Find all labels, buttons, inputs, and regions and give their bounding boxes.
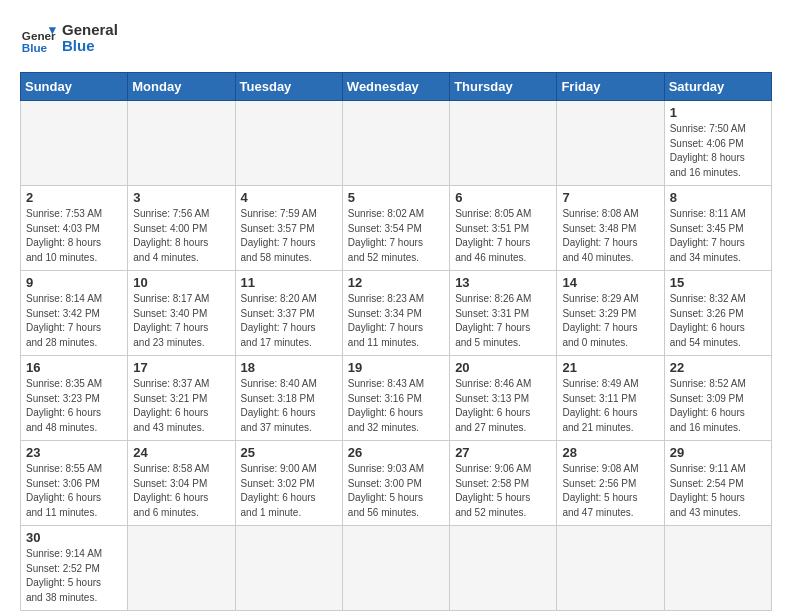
day-number: 24	[133, 445, 229, 460]
calendar-cell: 4Sunrise: 7:59 AM Sunset: 3:57 PM Daylig…	[235, 186, 342, 271]
calendar-cell: 18Sunrise: 8:40 AM Sunset: 3:18 PM Dayli…	[235, 356, 342, 441]
calendar-cell	[450, 526, 557, 611]
calendar-cell	[664, 526, 771, 611]
day-number: 12	[348, 275, 444, 290]
calendar-cell: 19Sunrise: 8:43 AM Sunset: 3:16 PM Dayli…	[342, 356, 449, 441]
calendar-cell	[450, 101, 557, 186]
calendar-cell: 6Sunrise: 8:05 AM Sunset: 3:51 PM Daylig…	[450, 186, 557, 271]
calendar-cell: 26Sunrise: 9:03 AM Sunset: 3:00 PM Dayli…	[342, 441, 449, 526]
calendar-cell: 30Sunrise: 9:14 AM Sunset: 2:52 PM Dayli…	[21, 526, 128, 611]
day-number: 29	[670, 445, 766, 460]
calendar-week-5: 23Sunrise: 8:55 AM Sunset: 3:06 PM Dayli…	[21, 441, 772, 526]
calendar-cell: 25Sunrise: 9:00 AM Sunset: 3:02 PM Dayli…	[235, 441, 342, 526]
calendar-cell: 27Sunrise: 9:06 AM Sunset: 2:58 PM Dayli…	[450, 441, 557, 526]
calendar-cell	[21, 101, 128, 186]
cell-sun-info: Sunrise: 8:52 AM Sunset: 3:09 PM Dayligh…	[670, 377, 766, 435]
calendar-table: SundayMondayTuesdayWednesdayThursdayFrid…	[20, 72, 772, 611]
calendar-cell: 5Sunrise: 8:02 AM Sunset: 3:54 PM Daylig…	[342, 186, 449, 271]
day-number: 5	[348, 190, 444, 205]
day-number: 3	[133, 190, 229, 205]
calendar-cell: 29Sunrise: 9:11 AM Sunset: 2:54 PM Dayli…	[664, 441, 771, 526]
page-header: General Blue General Blue	[20, 20, 772, 56]
day-number: 6	[455, 190, 551, 205]
cell-sun-info: Sunrise: 7:50 AM Sunset: 4:06 PM Dayligh…	[670, 122, 766, 180]
calendar-cell	[128, 101, 235, 186]
weekday-header-friday: Friday	[557, 73, 664, 101]
cell-sun-info: Sunrise: 8:46 AM Sunset: 3:13 PM Dayligh…	[455, 377, 551, 435]
weekday-header-monday: Monday	[128, 73, 235, 101]
weekday-header-saturday: Saturday	[664, 73, 771, 101]
day-number: 27	[455, 445, 551, 460]
day-number: 10	[133, 275, 229, 290]
cell-sun-info: Sunrise: 7:59 AM Sunset: 3:57 PM Dayligh…	[241, 207, 337, 265]
calendar-cell	[342, 526, 449, 611]
cell-sun-info: Sunrise: 8:43 AM Sunset: 3:16 PM Dayligh…	[348, 377, 444, 435]
cell-sun-info: Sunrise: 8:37 AM Sunset: 3:21 PM Dayligh…	[133, 377, 229, 435]
cell-sun-info: Sunrise: 9:14 AM Sunset: 2:52 PM Dayligh…	[26, 547, 122, 605]
calendar-cell	[342, 101, 449, 186]
day-number: 28	[562, 445, 658, 460]
calendar-cell: 11Sunrise: 8:20 AM Sunset: 3:37 PM Dayli…	[235, 271, 342, 356]
weekday-header-row: SundayMondayTuesdayWednesdayThursdayFrid…	[21, 73, 772, 101]
cell-sun-info: Sunrise: 8:02 AM Sunset: 3:54 PM Dayligh…	[348, 207, 444, 265]
calendar-cell: 21Sunrise: 8:49 AM Sunset: 3:11 PM Dayli…	[557, 356, 664, 441]
calendar-cell	[235, 526, 342, 611]
calendar-cell: 8Sunrise: 8:11 AM Sunset: 3:45 PM Daylig…	[664, 186, 771, 271]
weekday-header-thursday: Thursday	[450, 73, 557, 101]
cell-sun-info: Sunrise: 8:49 AM Sunset: 3:11 PM Dayligh…	[562, 377, 658, 435]
day-number: 11	[241, 275, 337, 290]
calendar-week-1: 1Sunrise: 7:50 AM Sunset: 4:06 PM Daylig…	[21, 101, 772, 186]
calendar-cell: 2Sunrise: 7:53 AM Sunset: 4:03 PM Daylig…	[21, 186, 128, 271]
cell-sun-info: Sunrise: 8:20 AM Sunset: 3:37 PM Dayligh…	[241, 292, 337, 350]
cell-sun-info: Sunrise: 8:14 AM Sunset: 3:42 PM Dayligh…	[26, 292, 122, 350]
weekday-header-wednesday: Wednesday	[342, 73, 449, 101]
calendar-cell	[557, 101, 664, 186]
day-number: 20	[455, 360, 551, 375]
cell-sun-info: Sunrise: 9:06 AM Sunset: 2:58 PM Dayligh…	[455, 462, 551, 520]
day-number: 23	[26, 445, 122, 460]
day-number: 30	[26, 530, 122, 545]
day-number: 13	[455, 275, 551, 290]
logo: General Blue General Blue	[20, 20, 118, 56]
day-number: 21	[562, 360, 658, 375]
calendar-cell: 15Sunrise: 8:32 AM Sunset: 3:26 PM Dayli…	[664, 271, 771, 356]
day-number: 2	[26, 190, 122, 205]
cell-sun-info: Sunrise: 7:56 AM Sunset: 4:00 PM Dayligh…	[133, 207, 229, 265]
svg-text:Blue: Blue	[22, 41, 48, 54]
calendar-cell: 23Sunrise: 8:55 AM Sunset: 3:06 PM Dayli…	[21, 441, 128, 526]
day-number: 17	[133, 360, 229, 375]
cell-sun-info: Sunrise: 8:05 AM Sunset: 3:51 PM Dayligh…	[455, 207, 551, 265]
cell-sun-info: Sunrise: 8:08 AM Sunset: 3:48 PM Dayligh…	[562, 207, 658, 265]
day-number: 18	[241, 360, 337, 375]
calendar-cell: 12Sunrise: 8:23 AM Sunset: 3:34 PM Dayli…	[342, 271, 449, 356]
cell-sun-info: Sunrise: 8:26 AM Sunset: 3:31 PM Dayligh…	[455, 292, 551, 350]
calendar-cell	[557, 526, 664, 611]
cell-sun-info: Sunrise: 8:32 AM Sunset: 3:26 PM Dayligh…	[670, 292, 766, 350]
logo-general-text: General	[62, 22, 118, 39]
weekday-header-tuesday: Tuesday	[235, 73, 342, 101]
cell-sun-info: Sunrise: 8:40 AM Sunset: 3:18 PM Dayligh…	[241, 377, 337, 435]
day-number: 16	[26, 360, 122, 375]
cell-sun-info: Sunrise: 7:53 AM Sunset: 4:03 PM Dayligh…	[26, 207, 122, 265]
calendar-cell: 9Sunrise: 8:14 AM Sunset: 3:42 PM Daylig…	[21, 271, 128, 356]
calendar-cell: 28Sunrise: 9:08 AM Sunset: 2:56 PM Dayli…	[557, 441, 664, 526]
calendar-cell: 16Sunrise: 8:35 AM Sunset: 3:23 PM Dayli…	[21, 356, 128, 441]
calendar-cell: 1Sunrise: 7:50 AM Sunset: 4:06 PM Daylig…	[664, 101, 771, 186]
cell-sun-info: Sunrise: 9:03 AM Sunset: 3:00 PM Dayligh…	[348, 462, 444, 520]
cell-sun-info: Sunrise: 8:23 AM Sunset: 3:34 PM Dayligh…	[348, 292, 444, 350]
day-number: 9	[26, 275, 122, 290]
calendar-cell: 20Sunrise: 8:46 AM Sunset: 3:13 PM Dayli…	[450, 356, 557, 441]
cell-sun-info: Sunrise: 9:08 AM Sunset: 2:56 PM Dayligh…	[562, 462, 658, 520]
calendar-cell: 7Sunrise: 8:08 AM Sunset: 3:48 PM Daylig…	[557, 186, 664, 271]
cell-sun-info: Sunrise: 8:11 AM Sunset: 3:45 PM Dayligh…	[670, 207, 766, 265]
calendar-cell: 10Sunrise: 8:17 AM Sunset: 3:40 PM Dayli…	[128, 271, 235, 356]
calendar-cell: 13Sunrise: 8:26 AM Sunset: 3:31 PM Dayli…	[450, 271, 557, 356]
day-number: 14	[562, 275, 658, 290]
calendar-cell: 24Sunrise: 8:58 AM Sunset: 3:04 PM Dayli…	[128, 441, 235, 526]
day-number: 15	[670, 275, 766, 290]
cell-sun-info: Sunrise: 8:17 AM Sunset: 3:40 PM Dayligh…	[133, 292, 229, 350]
calendar-cell: 17Sunrise: 8:37 AM Sunset: 3:21 PM Dayli…	[128, 356, 235, 441]
day-number: 19	[348, 360, 444, 375]
cell-sun-info: Sunrise: 9:00 AM Sunset: 3:02 PM Dayligh…	[241, 462, 337, 520]
day-number: 8	[670, 190, 766, 205]
